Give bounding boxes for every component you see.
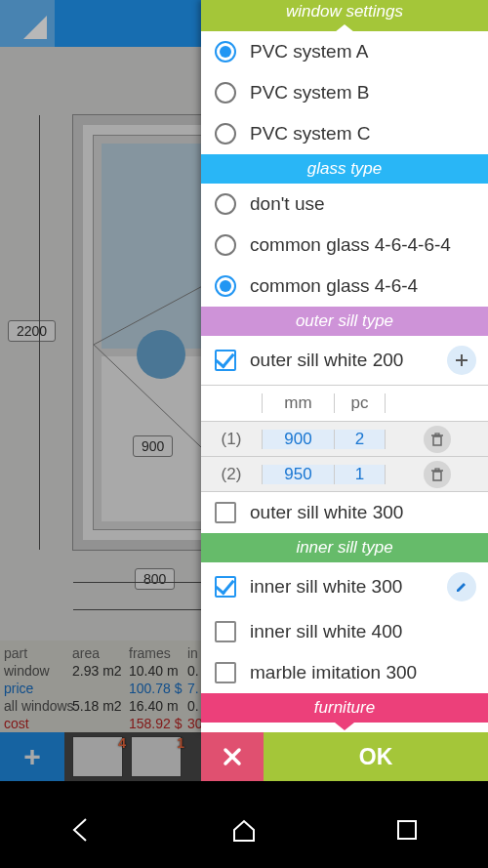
recent-button[interactable] bbox=[392, 815, 422, 845]
edit-sill-button[interactable] bbox=[447, 572, 476, 601]
section-inner-sill[interactable]: inner sill type bbox=[201, 533, 488, 562]
dim-height[interactable]: 2200 bbox=[8, 320, 56, 342]
system-option-c[interactable]: PVC system C bbox=[201, 113, 488, 154]
checkbox-icon bbox=[215, 621, 236, 642]
glass-option-46464[interactable]: common glass 4-6-4-6-4 bbox=[201, 225, 488, 266]
inner-sill-marble[interactable]: marble imitation 300 bbox=[201, 652, 488, 693]
thumbnail-2[interactable]: 1 bbox=[131, 736, 182, 777]
checkbox-icon bbox=[215, 502, 236, 523]
dim-width[interactable]: 800 bbox=[135, 568, 175, 590]
cancel-button[interactable] bbox=[201, 732, 264, 781]
section-furniture[interactable]: furniture bbox=[201, 693, 488, 723]
checkbox-icon bbox=[215, 350, 236, 371]
th-mm: mm bbox=[262, 393, 335, 413]
svg-rect-5 bbox=[433, 436, 441, 445]
svg-rect-7 bbox=[435, 434, 439, 435]
sill-pc-input[interactable]: 2 bbox=[335, 430, 386, 449]
settings-panel: window settings PVC system A PVC system … bbox=[201, 0, 488, 732]
section-outer-sill[interactable]: outer sill type bbox=[201, 307, 488, 336]
android-navbar bbox=[0, 801, 488, 859]
panel-header-label: window settings bbox=[286, 2, 403, 21]
inner-sill-400[interactable]: inner sill white 400 bbox=[201, 611, 488, 652]
svg-rect-13 bbox=[398, 821, 416, 839]
system-option-b[interactable]: PVC system B bbox=[201, 72, 488, 113]
sill-row-2: (2) 950 1 bbox=[201, 456, 488, 491]
back-button[interactable] bbox=[66, 815, 96, 845]
add-sill-button[interactable] bbox=[447, 346, 476, 375]
radio-icon bbox=[215, 82, 236, 103]
outer-sill-200[interactable]: outer sill white 200 bbox=[201, 336, 488, 385]
glass-option-464[interactable]: common glass 4-6-4 bbox=[201, 266, 488, 307]
section-glass-type[interactable]: glass type bbox=[201, 154, 488, 184]
th-pc: pc bbox=[335, 393, 386, 413]
sill-mm-input[interactable]: 950 bbox=[262, 465, 335, 484]
dim-mid[interactable]: 900 bbox=[133, 435, 173, 457]
glass-option-none[interactable]: don't use bbox=[201, 184, 488, 225]
checkbox-icon bbox=[215, 576, 236, 598]
dim-line-v bbox=[39, 115, 40, 550]
radio-icon bbox=[215, 193, 236, 215]
checkbox-icon bbox=[215, 662, 236, 683]
radio-icon bbox=[215, 41, 236, 62]
panel-header[interactable]: window settings bbox=[201, 0, 488, 31]
radio-icon bbox=[215, 234, 236, 256]
inner-sill-300[interactable]: inner sill white 300 bbox=[201, 562, 488, 611]
expand-down-icon bbox=[335, 723, 354, 730]
ok-label: OK bbox=[359, 744, 393, 770]
delete-row-button[interactable] bbox=[424, 461, 451, 488]
svg-rect-10 bbox=[435, 469, 439, 471]
radio-icon bbox=[215, 123, 236, 145]
system-option-a[interactable]: PVC system A bbox=[201, 31, 488, 72]
home-button[interactable] bbox=[229, 815, 259, 845]
action-bar: OK bbox=[201, 732, 488, 781]
outer-sill-300[interactable]: outer sill white 300 bbox=[201, 492, 488, 533]
ok-button[interactable]: OK bbox=[264, 732, 488, 781]
sill-mm-input[interactable]: 900 bbox=[262, 430, 335, 449]
close-icon bbox=[223, 747, 242, 766]
add-window-button[interactable]: + bbox=[0, 732, 64, 781]
thumbnail-1[interactable]: 4 bbox=[72, 736, 123, 777]
svg-rect-8 bbox=[433, 472, 441, 480]
radio-icon bbox=[215, 275, 236, 297]
sill-pc-input[interactable]: 1 bbox=[335, 465, 386, 484]
sill-row-1: (1) 900 2 bbox=[201, 421, 488, 456]
sum-hdr-part: part bbox=[4, 644, 64, 662]
outer-sill-table: mm pc (1) 900 2 (2) 950 1 bbox=[201, 385, 488, 492]
delete-row-button[interactable] bbox=[424, 426, 451, 453]
hint-circle-icon bbox=[137, 330, 185, 379]
